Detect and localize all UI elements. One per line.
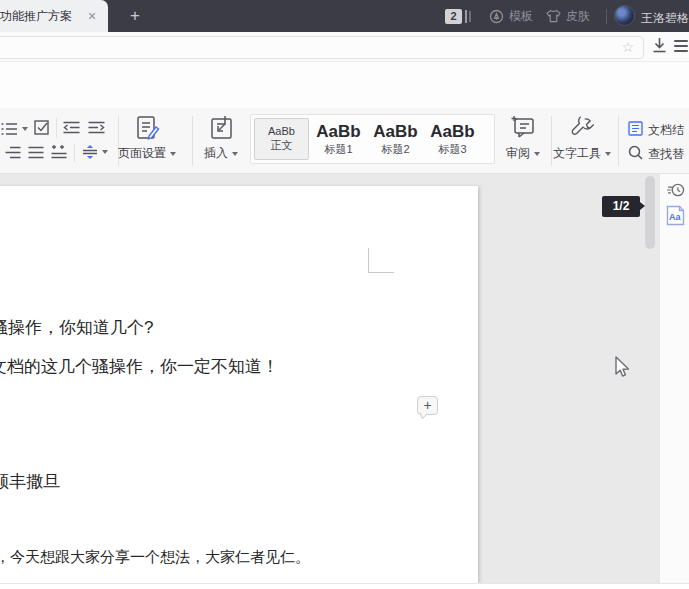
ribbon-separator — [56, 118, 57, 138]
ribbon-toolbar: 页面设置 插入 AaBb 正文 AaBb 标题1 AaBb 标题2 — [0, 108, 689, 174]
open-documents-count-badge[interactable]: 2 — [445, 9, 462, 24]
tab-close-icon[interactable]: × — [84, 8, 100, 24]
ribbon-separator — [74, 144, 75, 162]
wrench-icon — [547, 114, 617, 142]
vertical-scrollbar-thumb[interactable] — [645, 176, 655, 249]
font-styles-panel-icon[interactable]: Aa — [666, 206, 685, 225]
page-indicator-badge: 1/2 — [602, 196, 640, 217]
hamburger-menu-icon[interactable] — [674, 40, 688, 55]
checkbox-tool-button[interactable] — [34, 120, 49, 135]
character-spacing-button[interactable] — [51, 144, 67, 159]
line-spacing-button[interactable] — [82, 145, 108, 159]
document-tab-title: 功能推广方案 — [0, 8, 78, 25]
text-tools-label: 文字工具 — [553, 145, 601, 162]
find-replace-button[interactable]: 查找替 — [628, 145, 684, 163]
dropdown-caret-icon — [534, 152, 540, 156]
download-icon[interactable] — [651, 37, 668, 58]
tabbar-separator — [606, 9, 607, 24]
status-bar — [0, 583, 689, 589]
document-canvas: 骚操作，你知道几个? 文档的这几个骚操作，你一定不知道！ 顺丰撒旦 ，今天想跟大… — [0, 174, 689, 583]
style-heading2[interactable]: AaBb 标题2 — [368, 118, 423, 160]
document-structure-icon — [628, 121, 643, 139]
style-sample: AaBb — [430, 122, 474, 141]
history-panel-icon[interactable] — [666, 180, 685, 199]
document-text-line[interactable]: ，今天想跟大家分享一个想法，大家仁者见仁。 — [0, 548, 310, 567]
username-label[interactable]: 王洛碧格 — [641, 10, 689, 27]
style-sample: AaBb — [268, 125, 295, 137]
review-label: 审阅 — [506, 145, 530, 162]
bullet-list-button[interactable] — [1, 122, 28, 136]
style-name: 标题2 — [381, 142, 409, 157]
text-tools-button[interactable]: 文字工具 — [547, 114, 617, 162]
svg-text:Aa: Aa — [669, 212, 681, 222]
favorite-star-icon[interactable]: ☆ — [621, 39, 634, 55]
margin-corner-mark — [368, 272, 394, 273]
mouse-cursor-icon — [612, 355, 630, 383]
style-heading3[interactable]: AaBb 标题3 — [425, 118, 480, 160]
dropdown-caret-icon — [170, 152, 176, 156]
stacked-docs-icon — [469, 11, 471, 22]
tab-bar: 功能推广方案 × + 2 模板 皮肤 王洛碧格 — [0, 0, 689, 32]
templates-icon — [489, 9, 504, 24]
style-gallery: AaBb 正文 AaBb 标题1 AaBb 标题2 AaBb 标题3 — [250, 114, 495, 164]
new-tab-icon[interactable]: + — [125, 6, 145, 26]
decrease-indent-button[interactable] — [63, 121, 80, 134]
document-text-line[interactable]: 顺丰撒旦 — [0, 470, 60, 493]
insert-icon — [186, 114, 256, 142]
document-structure-button[interactable]: 文档结 — [628, 121, 684, 139]
style-sample: AaBb — [373, 122, 417, 141]
document-page[interactable] — [0, 186, 478, 583]
action-bar-row: 分享 ••• — [0, 62, 689, 108]
style-name: 标题1 — [324, 142, 352, 157]
increase-indent-button[interactable] — [88, 121, 105, 134]
insert-label: 插入 — [204, 145, 228, 162]
templates-button[interactable]: 模板 — [489, 0, 533, 32]
insert-button[interactable]: 插入 — [186, 114, 256, 162]
search-icon — [628, 145, 643, 163]
page-setup-icon — [112, 114, 182, 142]
page-setup-label: 页面设置 — [118, 145, 166, 162]
dropdown-caret-icon — [22, 127, 28, 131]
document-structure-label: 文档结 — [648, 122, 684, 139]
page-setup-button[interactable]: 页面设置 — [112, 114, 182, 162]
insert-paragraph-plus-button[interactable]: + — [417, 396, 438, 415]
skin-button[interactable]: 皮肤 — [546, 0, 590, 32]
style-name: 标题3 — [438, 142, 466, 157]
wps-writer-window: 功能推广方案 × + 2 模板 皮肤 王洛碧格 ☆ — [0, 0, 689, 589]
title-bar-row: ☆ — [0, 32, 689, 62]
skin-shirt-icon — [546, 9, 561, 23]
style-name: 正文 — [271, 138, 293, 153]
skin-label: 皮肤 — [566, 8, 590, 25]
document-text-line[interactable]: 骚操作，你知道几个? — [0, 316, 153, 339]
dropdown-caret-icon — [102, 150, 108, 154]
ribbon-separator — [618, 116, 619, 166]
style-sample: AaBb — [316, 122, 360, 141]
right-tool-panel: Aa — [659, 174, 689, 583]
justify-button[interactable] — [28, 146, 44, 159]
document-text-line[interactable]: 文档的这几个骚操作，你一定不知道！ — [0, 355, 279, 378]
templates-label: 模板 — [509, 8, 533, 25]
dropdown-caret-icon — [605, 152, 611, 156]
find-replace-label: 查找替 — [648, 146, 684, 163]
document-title-field[interactable]: ☆ — [0, 36, 644, 59]
dropdown-caret-icon — [232, 152, 238, 156]
user-avatar[interactable] — [614, 5, 635, 26]
style-body-text[interactable]: AaBb 正文 — [254, 118, 309, 160]
margin-corner-mark — [368, 248, 369, 273]
style-heading1[interactable]: AaBb 标题1 — [311, 118, 366, 160]
document-tab[interactable]: 功能推广方案 × — [0, 0, 108, 32]
stacked-docs-icon — [465, 10, 467, 23]
align-right-button[interactable] — [5, 146, 21, 159]
